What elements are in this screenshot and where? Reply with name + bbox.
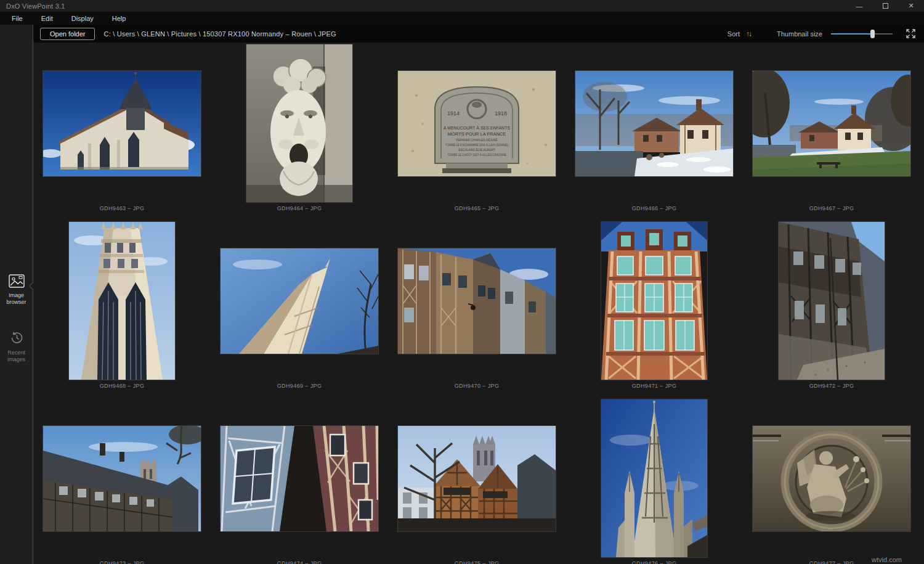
grid-cell: GDH9474 – JPG	[211, 398, 388, 564]
thumbnail-gdh9469[interactable]	[221, 248, 378, 354]
thumbnail-gdh9471[interactable]	[601, 222, 707, 380]
grid-cell: GDH9463 – JPG	[33, 43, 211, 221]
thumbnail-gdh9477[interactable]	[753, 426, 910, 531]
photo-watermill-weir	[575, 71, 733, 176]
grid-cell: GDH9475 – JPG	[388, 398, 565, 564]
minimize-button[interactable]: —	[846, 0, 872, 12]
watermark: wtvid.com	[872, 556, 902, 563]
thumbnail-caption: GDH9468 – JPG	[100, 383, 145, 389]
thumbnail-caption: GDH9471 – JPG	[632, 383, 677, 389]
thumbnail-caption: GDH9469 – JPG	[277, 383, 322, 389]
grid-cell: GDH9473 – JPG	[33, 398, 211, 564]
thumbnail-gdh9474[interactable]	[221, 426, 378, 531]
close-button[interactable]: ✕	[898, 0, 924, 12]
thumbnail-caption: GDH9476 – JPG	[632, 560, 677, 564]
thumbnail-gdh9464[interactable]	[246, 44, 352, 202]
photo-red-timbered-facade	[601, 222, 707, 380]
grid-cell: GDH9464 – JPG	[211, 43, 388, 221]
menu-bar: File Edit Display Help	[0, 12, 924, 25]
sort-label: Sort	[727, 30, 740, 38]
thumbnail-gdh9467[interactable]	[753, 71, 910, 176]
photo-gabled-houses-abbey	[398, 426, 556, 531]
thumbnail-caption: GDH9463 – JPG	[100, 205, 145, 211]
svg-text:PERRIER CHARLES DÉSIRÉ: PERRIER CHARLES DÉSIRÉ	[456, 138, 498, 142]
svg-text:1914: 1914	[447, 110, 460, 116]
thumbnail-gdh9473[interactable]	[43, 426, 201, 531]
svg-text:A MENUCOURT À SES ENFANTS: A MENUCOURT À SES ENFANTS	[444, 125, 511, 130]
menu-help[interactable]: Help	[103, 12, 136, 25]
thumbnail-caption: GDH9473 – JPG	[100, 560, 145, 564]
grid-cell: GDH9466 – JPG	[565, 43, 743, 221]
thumbnail-gdh9475[interactable]	[398, 426, 556, 531]
grid-cell: GDH9468 – JPG	[33, 221, 211, 398]
recent-images-icon	[9, 330, 24, 345]
grid-cell: GDH9469 – JPG	[211, 221, 388, 398]
sidebar: Image browser Recent images	[0, 25, 33, 564]
grid-cell: 1914 1918 A MENUCOURT À SES ENFANTS MORT…	[388, 43, 565, 221]
photo-timbered-street	[398, 248, 556, 354]
photo-watermill-lawn	[753, 71, 910, 176]
thumbnail-caption: GDH9465 – JPG	[455, 205, 500, 211]
restore-button[interactable]	[872, 0, 898, 12]
close-icon: ✕	[908, 2, 914, 10]
svg-text:TOMBÉ LE 2 AOÛT 1917 À AILLES: TOMBÉ LE 2 AOÛT 1917 À AILLES CRAONNE	[447, 153, 506, 157]
svg-text:TOMBÉ LE 6 NOVEMBRE 1916 À CAI: TOMBÉ LE 6 NOVEMBRE 1916 À CAIX (SOMME)	[445, 143, 508, 147]
photo-tower-bare-tree	[221, 248, 378, 354]
folder-path-breadcrumb: C: \ Users \ GLENN \ Pictures \ 150307 R…	[103, 30, 336, 38]
image-browser-content: GDH9463 – JPG	[33, 43, 924, 564]
sidebar-item-label: Image browser	[3, 292, 30, 306]
slider-fill	[831, 33, 872, 35]
open-folder-button[interactable]: Open folder	[40, 28, 95, 40]
svg-text:MORTS POUR LA FRANCE: MORTS POUR LA FRANCE	[448, 131, 506, 137]
grid-cell: GDH9471 – JPG	[565, 221, 743, 398]
menu-display[interactable]: Display	[62, 12, 103, 25]
thumbnail-gdh9466[interactable]	[575, 71, 733, 176]
photo-cathedral-spire	[601, 399, 707, 557]
fullscreen-icon[interactable]	[906, 29, 915, 38]
grid-cell: GDH9467 – JPG	[743, 43, 920, 221]
slider-handle[interactable]	[870, 30, 875, 38]
menu-file[interactable]: File	[2, 12, 32, 25]
thumbnail-gdh9465[interactable]: 1914 1918 A MENUCOURT À SES ENFANTS MORT…	[398, 71, 556, 176]
minimize-icon: —	[856, 2, 863, 10]
image-browser-icon	[9, 274, 25, 288]
thumbnail-grid: GDH9463 – JPG	[33, 43, 924, 564]
photo-dark-timbered-gallery	[779, 222, 885, 380]
thumbnail-caption: GDH9474 – JPG	[277, 560, 322, 564]
photo-leaning-facades	[221, 426, 378, 531]
menu-edit[interactable]: Edit	[32, 12, 62, 25]
thumbnail-caption: GDH9464 – JPG	[277, 205, 322, 211]
grid-cell: GDH9476 – JPG	[565, 398, 743, 564]
grid-cell: GDH9477 – JPG	[743, 398, 920, 564]
thumbnail-caption: GDH9466 – JPG	[632, 205, 677, 211]
title-bar: DxO ViewPoint 3.1 — ✕	[0, 0, 924, 12]
sidebar-item-recent-images[interactable]: Recent images	[0, 330, 33, 363]
window-title: DxO ViewPoint 3.1	[6, 2, 846, 10]
thumbnail-size-label: Thumbnail size	[777, 30, 822, 38]
thumbnail-caption: GDH9475 – JPG	[455, 560, 500, 564]
svg-text:1918: 1918	[495, 110, 507, 116]
thumbnail-gdh9468[interactable]	[69, 222, 175, 380]
restore-icon	[883, 3, 888, 9]
photo-memorial-plaque: 1914 1918 A MENUCOURT À SES ENFANTS MORT…	[398, 71, 556, 176]
sort-direction-icon[interactable]: ↑↓	[746, 30, 751, 38]
photo-gothic-tower	[69, 222, 175, 380]
toolbar: Open folder C: \ Users \ GLENN \ Picture…	[33, 25, 924, 43]
photo-timbered-slate-roof	[43, 426, 201, 531]
sidebar-item-image-browser[interactable]: Image browser	[0, 274, 33, 306]
photo-stone-mascaron	[246, 44, 352, 202]
thumbnail-gdh9472[interactable]	[779, 222, 885, 380]
grid-cell: GDH9470 – JPG	[388, 221, 565, 398]
thumbnail-caption: GDH9472 – JPG	[809, 383, 854, 389]
grid-cell: GDH9472 – JPG	[743, 221, 920, 398]
thumbnail-gdh9476[interactable]	[601, 399, 707, 557]
thumbnail-caption: GDH9467 – JPG	[809, 205, 854, 211]
thumbnail-caption: GDH9477 – JPG	[809, 560, 854, 564]
thumbnail-gdh9470[interactable]	[398, 248, 556, 354]
thumbnail-gdh9463[interactable]	[43, 71, 201, 176]
photo-angel-relief-medallion	[753, 426, 910, 531]
sidebar-item-label: Recent images	[3, 349, 30, 363]
thumbnail-caption: GDH9470 – JPG	[455, 383, 500, 389]
svg-text:ESCALARD ÉLIE ALBERT: ESCALARD ÉLIE ALBERT	[458, 148, 495, 152]
thumbnail-size-slider[interactable]	[831, 30, 893, 38]
